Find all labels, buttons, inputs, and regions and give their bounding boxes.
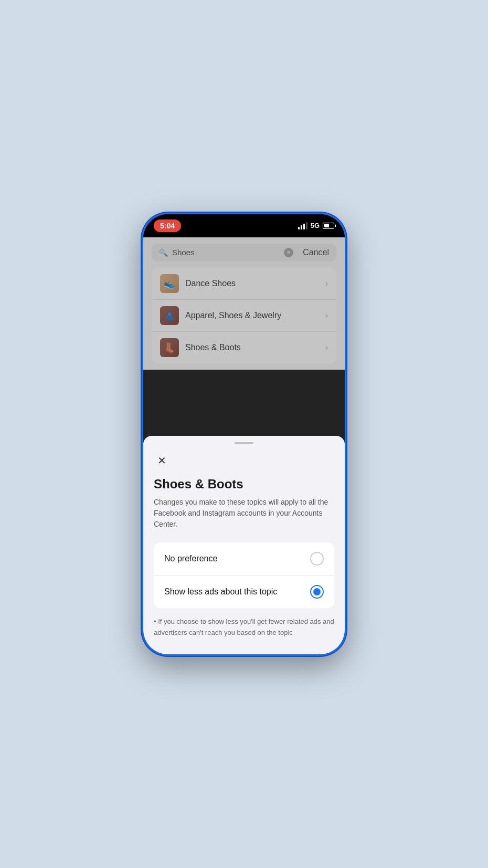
- network-indicator: 5G: [311, 222, 320, 229]
- search-clear-button[interactable]: ✕: [284, 248, 293, 257]
- chevron-right-icon: ›: [325, 279, 328, 288]
- phone-frame: 5:04 5G 🔍 Shoes ✕ Cancel: [142, 213, 346, 656]
- radio-show-less[interactable]: [310, 585, 324, 599]
- status-time: 5:04: [154, 219, 181, 232]
- result-label-boots: Shoes & Boots: [185, 343, 319, 352]
- battery-icon: [323, 223, 334, 229]
- option-label-show-less: Show less ads about this topic: [164, 586, 304, 598]
- search-input-value: Shoes: [172, 248, 280, 257]
- result-item-boots[interactable]: 👢 Shoes & Boots ›: [152, 332, 336, 363]
- chevron-right-icon-2: ›: [325, 311, 328, 320]
- close-button[interactable]: ✕: [154, 453, 169, 468]
- option-show-less[interactable]: Show less ads about this topic: [154, 575, 334, 608]
- result-label-apparel: Apparel, Shoes & Jewelry: [185, 311, 319, 320]
- option-label-no-preference: No preference: [164, 553, 304, 564]
- result-label-dance-shoes: Dance Shoes: [185, 279, 319, 288]
- results-list: 👟 Dance Shoes › 👗 Apparel, Shoes & Jewel…: [152, 268, 336, 363]
- sheet-handle: [235, 442, 253, 444]
- result-thumb-dance: 👟: [160, 274, 179, 293]
- battery-fill: [324, 224, 329, 227]
- option-no-preference[interactable]: No preference: [154, 542, 334, 575]
- radio-no-preference[interactable]: [310, 552, 324, 566]
- sheet-note: • If you choose to show less you'll get …: [154, 616, 334, 639]
- sheet-title: Shoes & Boots: [154, 477, 334, 491]
- options-card: No preference Show less ads about this t…: [154, 542, 334, 608]
- chevron-right-icon-3: ›: [325, 343, 328, 352]
- search-bar[interactable]: 🔍 Shoes ✕ Cancel: [152, 244, 336, 262]
- result-item-dance-shoes[interactable]: 👟 Dance Shoes ›: [152, 268, 336, 300]
- search-area: 🔍 Shoes ✕ Cancel 👟 Dance Shoes › 👗: [143, 237, 345, 370]
- result-thumb-apparel: 👗: [160, 306, 179, 325]
- sheet-subtitle: Changes you make to these topics will ap…: [154, 497, 334, 530]
- radio-inner-selected: [313, 588, 321, 595]
- bottom-sheet: ✕ Shoes & Boots Changes you make to thes…: [143, 436, 345, 654]
- phone-content: 🔍 Shoes ✕ Cancel 👟 Dance Shoes › 👗: [143, 237, 345, 654]
- status-right: 5G: [298, 222, 334, 229]
- search-icon: 🔍: [159, 248, 168, 257]
- result-thumb-boots: 👢: [160, 338, 179, 357]
- result-item-apparel[interactable]: 👗 Apparel, Shoes & Jewelry ›: [152, 300, 336, 332]
- search-cancel-button[interactable]: Cancel: [303, 248, 329, 257]
- status-bar: 5:04 5G: [143, 214, 345, 237]
- signal-icon: [298, 222, 307, 229]
